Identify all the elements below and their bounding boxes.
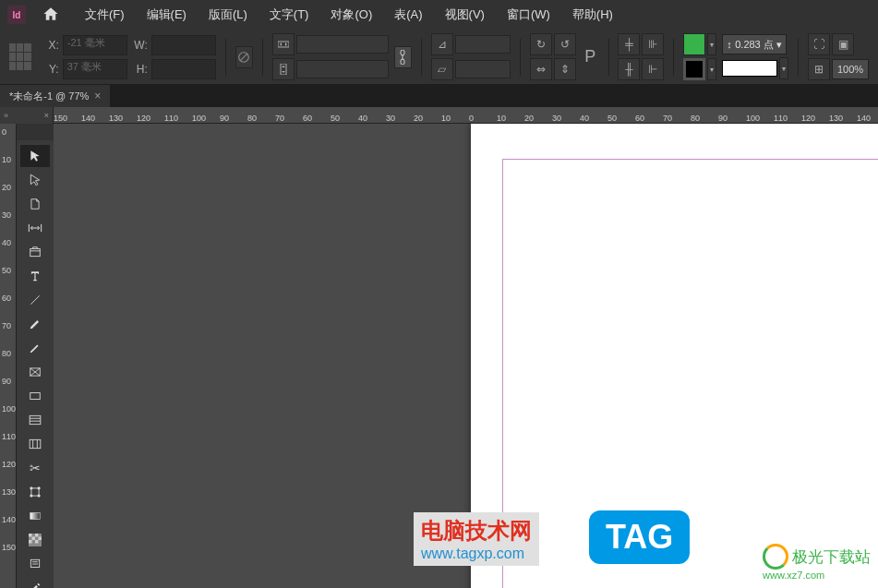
separator [421,39,422,76]
position-group: X: -21 毫米 Y: 37 毫米 [44,35,127,79]
zoom-field[interactable]: 100% [832,59,869,79]
menu-bar: Id 文件(F) 编辑(E) 版面(L) 文字(T) 对象(O) 表(A) 视图… [0,0,878,30]
stroke-swatch[interactable] [683,58,705,80]
svg-rect-7 [30,249,41,257]
document-tab[interactable]: *未命名-1 @ 77% × [0,85,110,107]
reference-point-grid[interactable] [9,43,31,71]
flip-h-icon[interactable]: ⇔ [530,58,552,80]
svg-rect-28 [32,537,36,541]
scale-x-icon[interactable] [272,33,295,55]
gradient-feather-tool-icon[interactable] [20,529,50,551]
canvas[interactable]: 电脑技术网 www.tagxp.com TAG 极光下载站 www.xz7.co… [54,124,878,588]
eyedropper-tool-icon[interactable] [20,577,50,588]
flip-v-icon[interactable]: ⇕ [554,58,576,80]
home-icon[interactable] [42,6,59,25]
scissors-tool-icon[interactable]: ✂ [20,457,50,479]
fill-swatch[interactable] [683,33,705,55]
h-label: H: [133,63,148,76]
gap-tool-icon[interactable] [20,217,50,239]
distribute-v-icon[interactable]: ⊩ [642,58,664,80]
direct-selection-tool-icon[interactable] [20,169,50,191]
svg-rect-24 [30,513,41,520]
svg-rect-27 [35,534,39,537]
h-field[interactable] [151,59,216,79]
y-field[interactable]: 37 毫米 [63,59,127,79]
fill-dropdown-icon[interactable]: ▾ [707,33,716,55]
tab-close-icon[interactable]: × [94,90,101,102]
app-icon: Id [7,6,26,24]
rotate-cw-icon[interactable]: ↻ [530,33,552,55]
rectangle-tool-icon[interactable] [20,385,50,407]
menu-view[interactable]: 视图(V) [436,3,494,27]
svg-rect-16 [30,439,41,448]
stroke-dropdown-icon[interactable]: ▾ [707,58,716,80]
note-tool-icon[interactable] [20,553,50,575]
margin-guide [502,159,878,588]
free-transform-tool-icon[interactable] [20,481,50,503]
menu-edit[interactable]: 编辑(E) [138,3,196,27]
svg-rect-30 [29,540,32,544]
rotate-ccw-icon[interactable]: ↺ [554,33,576,55]
scale-y-icon[interactable] [272,58,295,80]
selection-tool-icon[interactable] [20,145,50,167]
svg-point-21 [38,487,40,489]
gradient-swatch-tool-icon[interactable] [20,505,50,527]
stroke-style-dropdown-icon[interactable]: ▾ [779,57,788,79]
menu-window[interactable]: 窗口(W) [498,3,559,27]
scale-y-field[interactable] [296,60,389,78]
svg-point-22 [30,495,32,497]
svg-rect-31 [35,540,39,544]
separator [520,39,521,76]
no-print-icon[interactable] [235,46,253,68]
content-collector-tool-icon[interactable] [20,241,50,263]
panel-expand-icon[interactable]: » [4,111,8,120]
svg-rect-13 [30,415,41,424]
swirl-icon [763,544,788,570]
distribute-h-icon[interactable]: ⊪ [642,33,664,55]
x-field[interactable]: -21 毫米 [63,35,127,55]
svg-point-23 [38,495,40,497]
x-label: X: [44,39,59,52]
shear-field[interactable] [455,60,511,78]
line-tool-icon[interactable] [20,289,50,311]
fit-page-icon[interactable]: ▣ [832,33,854,55]
stroke-weight-field[interactable]: ↕0.283 点▾ [722,34,787,54]
w-field[interactable] [151,35,216,55]
shear-icon[interactable]: ▱ [431,58,453,80]
align-v-icon[interactable]: ╫ [618,58,640,80]
menu-table[interactable]: 表(A) [385,3,431,27]
rotate-icon[interactable]: ⊿ [431,33,453,55]
page-tool-icon[interactable] [20,193,50,215]
horizontal-grid-tool-icon[interactable] [20,409,50,431]
svg-rect-19 [31,488,39,496]
scale-x-field[interactable] [296,35,389,54]
panel-close-icon[interactable]: × [44,111,49,120]
pencil-tool-icon[interactable] [20,337,50,359]
menu-file[interactable]: 文件(F) [76,3,134,27]
svg-rect-32 [30,559,39,567]
screen-mode-icon[interactable]: ⛶ [808,33,830,55]
menu-help[interactable]: 帮助(H) [563,3,622,27]
watermark-tagxp: 电脑技术网 www.tagxp.com [414,512,539,566]
stroke-style-preview[interactable] [722,60,777,77]
ruler-vertical-left[interactable]: 0102030405060708090100110120130140150 [0,124,17,588]
rectangle-frame-tool-icon[interactable] [20,361,50,383]
w-label: W: [133,39,148,52]
vertical-grid-tool-icon[interactable] [20,433,50,455]
menu-layout[interactable]: 版面(L) [199,3,257,27]
menu-text[interactable]: 文字(T) [260,3,319,27]
svg-rect-29 [39,537,42,541]
align-h-icon[interactable]: ╪ [618,33,640,55]
rotate-field[interactable] [455,35,511,54]
ruler-corner: » × [0,107,54,124]
ruler-horizontal[interactable]: 1501401301201101009080706050403020100102… [54,107,878,124]
grid-icon[interactable]: ⊞ [808,58,830,80]
link-toggle-icon[interactable] [394,46,412,68]
menu-object[interactable]: 对象(O) [321,3,381,27]
paragraph-style-icon[interactable]: P [582,47,599,66]
pen-tool-icon[interactable] [20,313,50,335]
svg-rect-2 [278,42,289,47]
size-group: W: H: [133,35,216,79]
type-tool-icon[interactable] [20,265,50,287]
watermark-xz7: 极光下载站 www.xz7.com [763,544,871,581]
